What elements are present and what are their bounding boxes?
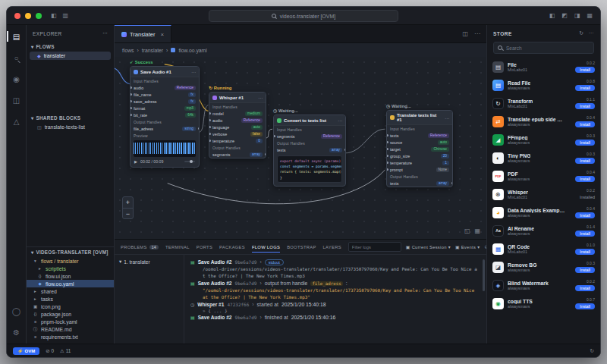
node-convert-to-texts-list[interactable]: ◷ Waiting... Convert to texts list ⋯ Inp… [273, 108, 346, 187]
store-item[interactable]: ◕ Data Analysis Examples alwaysmavs 0.0.… [492, 203, 595, 221]
session-select[interactable]: ▣ Current Session ▾ [406, 245, 451, 249]
scrollbar[interactable] [483, 259, 485, 291]
input-handle-row[interactable]: verbose false [209, 130, 266, 137]
split-editor-icon[interactable]: ◫ [462, 30, 468, 37]
tree-item[interactable]: ▾ flows / translater [27, 257, 114, 265]
install-button[interactable]: Install [575, 267, 595, 273]
panel-tab-problems[interactable]: PROBLEMS 14 [121, 242, 159, 253]
errors-indicator[interactable]: ⊘ 0 [46, 348, 54, 353]
store-item[interactable]: ⊛ Whisper MixLabc01 0.0.2 Installed [492, 185, 595, 203]
install-button[interactable]: Install [575, 140, 595, 146]
node-whisper-1[interactable]: ↻ Running Whisper #1 ⋯ Input Handles [209, 86, 266, 158]
store-item[interactable]: ⇄ Translate epub side by ... alwaysmavs … [492, 112, 595, 130]
tree-item[interactable]: ▸ tasks [27, 295, 114, 303]
store-item[interactable]: ◈ Blind Watermark alwaysmavs 0.0.2 Insta… [492, 276, 595, 294]
tree-item[interactable]: ≡ requirements.txt [27, 333, 114, 340]
explorer-more-icon[interactable]: ⋯ [102, 30, 108, 36]
install-button[interactable]: Install [575, 67, 595, 73]
sidebar-item-translate-texts-list[interactable]: ◫ translate-texts-list [30, 123, 111, 131]
node-translate-texts-list-1[interactable]: ◷ Waiting... Translate texts list #1 ⋯ I… [386, 104, 453, 187]
tree-item[interactable]: ⓘ README.md [27, 325, 114, 333]
minimize-window-button[interactable] [25, 13, 31, 19]
input-handle-row[interactable]: target Chinese [387, 146, 452, 152]
store-item[interactable]: ◉ coqui TTS alwaysmavs 0.0.7 Install [492, 294, 595, 312]
store-item[interactable]: Aa AI Rename alwaysmavs 0.1.4 Install [492, 221, 595, 240]
maximize-window-button[interactable] [36, 13, 42, 19]
node-save-audio-1[interactable]: ✓ Success Save Audio #1 ⋯ Input Handles [130, 60, 200, 168]
node-more-icon[interactable]: ⋯ [338, 118, 342, 123]
activity-bar-item[interactable]: ◉ [9, 72, 24, 86]
command-center[interactable]: videos-translater [OVM] [209, 10, 398, 22]
titlebar-left-icon[interactable]: ◧ [51, 12, 57, 19]
log-row[interactable]: ▤ Save Audio #2 9be6a7d9 › output from h… [190, 280, 479, 287]
play-icon[interactable]: ▶ [134, 159, 137, 164]
input-handle-row[interactable]: prompt None [387, 166, 452, 173]
input-handle-row[interactable]: group_size 20 [387, 152, 452, 159]
store-search-input[interactable] [506, 46, 590, 51]
activity-bar-item[interactable]: ▤ [9, 30, 24, 43]
shared-blocks-section-header[interactable]: ▾ SHARED BLOCKS [27, 113, 114, 123]
zoom-in-button[interactable]: + [123, 197, 133, 208]
activity-bar-item[interactable]: ⚙ [9, 325, 24, 339]
logs-tree-item[interactable]: ▾ 1. translater [119, 259, 179, 265]
titlebar-right-icon[interactable]: ▦ [587, 12, 593, 19]
panel-tab-terminal[interactable]: TERMINAL [165, 242, 190, 253]
store-item[interactable]: ▤ Read File alwaysmavs 0.0.8 Install [492, 76, 595, 94]
input-handle-row[interactable]: audio Reference [209, 117, 266, 124]
install-button[interactable]: Install [575, 285, 595, 291]
install-button[interactable]: Install [575, 103, 595, 109]
input-handle-row[interactable]: language auto [209, 124, 266, 130]
tree-item[interactable]: {} flow.ui.json [27, 272, 114, 280]
more-actions-icon[interactable]: ⋯ [474, 30, 480, 37]
tree-item[interactable]: ▣ icon.png [27, 303, 114, 310]
input-handle-row[interactable]: source auto [387, 139, 452, 146]
tab-translater[interactable]: Translater × [115, 25, 171, 42]
panel-tab-layers[interactable]: LAYERS [323, 242, 341, 253]
refresh-icon[interactable]: ↻ [579, 30, 583, 36]
input-handle-row[interactable]: temperature 1 [387, 159, 452, 166]
output-handle-row[interactable]: texts array [387, 180, 452, 187]
close-window-button[interactable] [14, 13, 20, 19]
flows-section-header[interactable]: ▾ FLOWS [27, 42, 114, 52]
install-button[interactable]: Installed [580, 194, 595, 200]
input-handle-row[interactable]: segments Reference [274, 133, 345, 140]
minimap-icon[interactable]: ▦ [474, 228, 480, 234]
more-icon[interactable]: ⋯ [589, 30, 595, 36]
log-row[interactable]: ▤ Save Audio #2 9be6a7d9 › finished at 2… [190, 313, 479, 321]
input-handle-row[interactable]: bit_rate 64k [131, 111, 199, 118]
log-expand-row[interactable]: » { ... } [190, 308, 479, 313]
workspace-section-header[interactable]: ▾ VIDEOS-TRANSLATER [OVM] [27, 247, 114, 257]
store-search[interactable] [493, 42, 594, 54]
titlebar-right-icon[interactable]: ◨ [574, 12, 580, 19]
activity-bar-item[interactable]: ○ [9, 51, 24, 64]
tree-item[interactable]: ◆ flow.oo.yaml [27, 280, 114, 287]
close-icon[interactable]: × [160, 31, 164, 38]
output-handle-row[interactable]: segments array [209, 151, 266, 158]
node-header[interactable]: Whisper #1 ⋯ [209, 93, 266, 103]
activity-bar-item[interactable]: ◯ [9, 304, 24, 318]
sync-icon[interactable]: ↻ [590, 348, 594, 354]
breadcrumb-item[interactable]: flow.oo.yaml [178, 48, 206, 53]
filter-logs-input[interactable] [348, 242, 401, 252]
install-button[interactable]: Install [575, 176, 595, 182]
input-handle-row[interactable]: file_name fx [131, 91, 199, 98]
panel-tab-ports[interactable]: PORTS [197, 242, 212, 253]
node-header[interactable]: Translate texts list #1 ⋯ [387, 111, 452, 125]
titlebar-right-icon[interactable]: ◩ [561, 12, 568, 19]
store-item[interactable]: ↻ Transform MixLabc01 0.1.1 Install [492, 94, 595, 112]
breadcrumb-item[interactable]: flows [122, 48, 134, 53]
sidebar-item-translater[interactable]: ◆ translater [30, 52, 111, 60]
log-row[interactable]: ◷ Whisper #1 47232f66 › started at 2025/… [190, 300, 479, 308]
log-list[interactable]: ▤ Save Audio #2 9be6a7d9 › stdout /oomol… [184, 255, 486, 344]
install-button[interactable]: Install [575, 158, 595, 164]
audio-waveform[interactable] [134, 140, 196, 157]
log-row[interactable]: ▤ Save Audio #2 9be6a7d9 › stdout [190, 258, 479, 266]
input-handle-row[interactable]: texts Reference [387, 132, 452, 139]
store-item[interactable]: ▤ File MixLabc01 0.0.2 Install [492, 58, 595, 76]
tree-item[interactable]: ≡ pnpm-lock.yaml [27, 318, 114, 325]
install-button[interactable]: Install [575, 303, 595, 309]
store-item[interactable]: ▦ QR Code MixLabc01 0.1.0 Install [492, 240, 595, 258]
activity-bar-item[interactable]: ◫ [9, 93, 24, 107]
panel-tab-bootstrap[interactable]: BOOTSTRAP [287, 242, 316, 253]
input-handle-row[interactable]: format mp3 [131, 105, 199, 111]
